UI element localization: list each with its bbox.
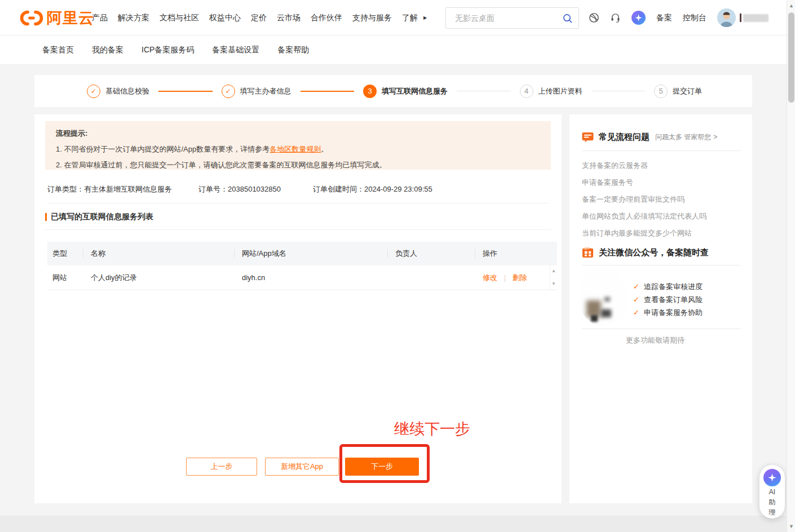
service-list-section-header: 已填写的互联网信息服务列表 [45, 212, 551, 222]
username-blur-block [743, 14, 768, 22]
menu-solutions[interactable]: 解决方案 [118, 13, 149, 23]
logo-text: 阿里云 [47, 8, 94, 28]
faq-list: 支持备案的云服务器 申请备案服务号 备案一定要办理前置审批文件吗 单位网站负责人… [582, 157, 706, 242]
step-label: 提交订单 [673, 86, 702, 96]
search-input[interactable] [446, 14, 563, 23]
subnav-icp-service-code[interactable]: ICP备案服务码 [142, 45, 194, 55]
menu-benefits[interactable]: 权益中心 [209, 13, 241, 23]
table-row: 网站 个人diy的记录 diyh.cn 修改 | 删除 ▲ ▼ [47, 265, 557, 290]
check-icon: ✓ [633, 308, 639, 317]
edit-link[interactable]: 修改 [483, 273, 497, 282]
cell-name: 个人diy的记录 [91, 273, 242, 283]
top-icon-group: 备案 控制台 [589, 0, 706, 36]
nav-beian-link[interactable]: 备案 [656, 13, 672, 23]
support-headset-icon[interactable] [610, 12, 621, 23]
alibaba-cloud-logo[interactable]: 阿里云 [20, 8, 94, 28]
step-label: 填写主办者信息 [240, 86, 292, 96]
scrollbar-up-icon[interactable]: ▲ [787, 3, 795, 8]
beian-sub-nav: 备案首页 我的备案 ICP备案服务码 备案基础设置 备案帮助 [0, 36, 795, 65]
menu-more[interactable]: 了解 [402, 13, 418, 23]
faq-helper-text: 问题太多 管家帮您 [655, 133, 711, 141]
faq-item-legal-representative[interactable]: 单位网站负责人必须填写法定代表人吗 [582, 208, 706, 225]
region-quantity-rules-link[interactable]: 各地区数量规则 [270, 145, 321, 153]
table-scrollbar-track[interactable]: ▲ ▼ [550, 265, 557, 290]
menu-support[interactable]: 支持与服务 [352, 13, 392, 23]
check-icon: ✓ [633, 282, 639, 291]
order-info-row: 订单类型：有主体新增互联网信息服务 订单号：2038501032850 订单创建… [47, 184, 549, 194]
menu-marketplace[interactable]: 云市场 [277, 13, 301, 23]
divider [47, 203, 549, 203]
divider [582, 329, 741, 329]
avatar[interactable] [717, 8, 736, 27]
faq-item-pre-approval[interactable]: 备案一定要办理前置审批文件吗 [582, 191, 706, 208]
order-created-label: 订单创建时间： [313, 185, 364, 193]
col-header-domain: 网站/App域名 [242, 249, 395, 259]
add-other-app-button[interactable]: 新增其它App [265, 458, 339, 476]
username-mark [740, 14, 741, 22]
username-redacted [740, 14, 768, 22]
notice-line-1: 1. 不同省份对于一次订单内提交的网站/App数量有要求，详情参考各地区数量规则… [56, 144, 540, 154]
order-number-value: 2038501032850 [228, 185, 281, 193]
wechat-qr-code-image [578, 268, 628, 326]
table-scroll-down-icon[interactable]: ▼ [551, 282, 556, 286]
step-label: 上传图片资料 [538, 86, 582, 96]
order-type-label: 订单类型： [47, 185, 84, 193]
chevron-right-icon: > [713, 133, 717, 141]
faq-item-cloud-servers[interactable]: 支持备案的云服务器 [582, 157, 706, 174]
step-connector [301, 91, 355, 92]
progress-steps: ✓ 基础信息校验 ✓ 填写主办者信息 3 填写互联网信息服务 4 上传图片资料 … [34, 75, 752, 107]
scrollbar-down-icon[interactable]: ▼ [787, 524, 795, 529]
notice-line1-text: 1. 不同省份对于一次订单内提交的网站/App数量有要求，详情参考 [56, 145, 270, 153]
ai-assistant-fab[interactable]: AI 助 理 [759, 465, 785, 518]
cell-type: 网站 [47, 273, 91, 283]
main-content-card: 流程提示: 1. 不同省份对于一次订单内提交的网站/App数量有要求，详情参考各… [34, 114, 562, 503]
faq-chat-icon [582, 132, 594, 143]
search-icon[interactable] [563, 14, 572, 23]
subnav-my-beian[interactable]: 我的备案 [92, 45, 123, 55]
subnav-beian-help[interactable]: 备案帮助 [277, 45, 309, 55]
order-created-time: 订单创建时间：2024-09-29 23:09:55 [313, 184, 432, 194]
faq-title: 常见流程问题 [599, 132, 650, 143]
table-scroll-spacer [550, 242, 557, 265]
previous-step-button[interactable]: 上一步 [186, 458, 257, 476]
step-connector [457, 91, 511, 91]
language-globe-icon[interactable] [589, 12, 599, 23]
subnav-beian-settings[interactable]: 备案基础设置 [212, 45, 259, 55]
check-icon: ✓ [633, 295, 639, 304]
faq-helper-link[interactable]: 问题太多 管家帮您> [655, 132, 717, 142]
subnav-beian-home[interactable]: 备案首页 [42, 45, 74, 55]
table-scroll-up-icon[interactable]: ▲ [551, 269, 556, 273]
service-table: 类型 名称 网站/App域名 负责人 操作 网站 个人diy的记录 diyh.c… [47, 242, 557, 290]
step-connector [158, 91, 213, 92]
menu-docs-community[interactable]: 文档与社区 [160, 13, 199, 23]
step-label: 基础信息校验 [105, 86, 149, 96]
order-type: 订单类型：有主体新增互联网信息服务 [47, 184, 198, 194]
ai-assistant-icon[interactable] [631, 11, 646, 25]
order-number-label: 订单号： [198, 185, 228, 193]
col-header-owner: 负责人 [395, 249, 483, 259]
page-scrollbar[interactable]: ▲ ▼ [787, 0, 795, 532]
col-header-actions: 操作 [483, 249, 550, 259]
menu-expand-caret-icon[interactable]: ▶ [423, 15, 427, 20]
feature-text: 申请备案服务协助 [644, 308, 703, 318]
menu-pricing[interactable]: 定价 [251, 13, 267, 23]
menu-products[interactable]: 产品 [92, 13, 108, 23]
section-title: 已填写的互联网信息服务列表 [51, 212, 153, 222]
faq-item-max-websites[interactable]: 当前订单内最多能提交多少个网站 [582, 225, 706, 242]
menu-partners[interactable]: 合作伙伴 [311, 13, 342, 23]
ai-fab-label: 理 [769, 508, 776, 517]
top-nav: 阿里云 产品 解决方案 文档与社区 权益中心 定价 云市场 合作伙伴 支持与服务… [0, 0, 795, 36]
col-header-type: 类型 [47, 249, 91, 259]
step-done-check-icon: ✓ [222, 85, 235, 98]
wechat-title: 关注微信公众号，备案随时查 [599, 247, 709, 258]
notice-title: 流程提示: [56, 128, 540, 139]
scrollbar-thumb[interactable] [788, 12, 794, 103]
nav-console-link[interactable]: 控制台 [683, 13, 706, 23]
table-scrollbar: ▲ ▼ [550, 265, 557, 290]
step-organizer-info: ✓ 填写主办者信息 [222, 85, 292, 98]
delete-link[interactable]: 删除 [513, 273, 527, 282]
ai-fab-label: 助 [769, 498, 776, 507]
ai-sparkle-icon [763, 469, 781, 486]
step-basic-info-check: ✓ 基础信息校验 [87, 85, 149, 98]
faq-item-apply-service-number[interactable]: 申请备案服务号 [582, 174, 706, 191]
